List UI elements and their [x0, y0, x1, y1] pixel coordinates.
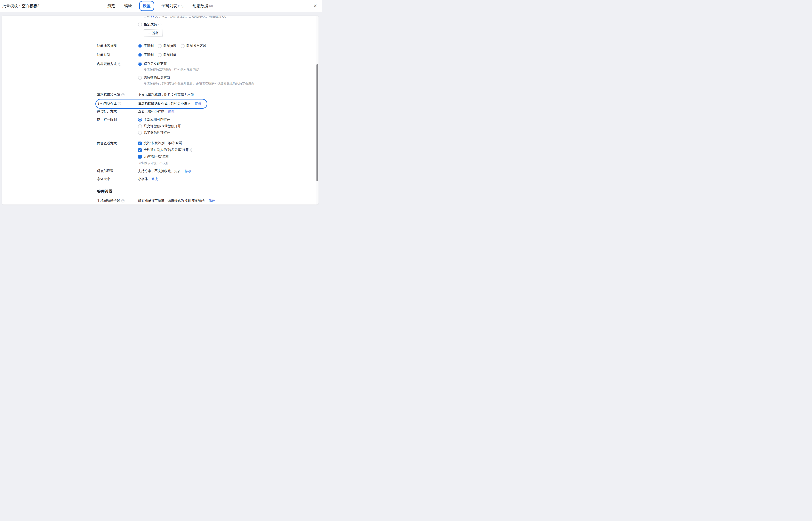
radio-region-limit-range[interactable] [158, 44, 162, 48]
mobile-edit-value: 所有成员都可编辑，编辑模式为 实时预览编辑 [138, 199, 205, 203]
tab-subcode-list[interactable]: 子码列表 (15) [160, 3, 185, 8]
watermark-label-text: 草料标识和水印 [97, 92, 120, 97]
radio-region-unlimited-label: 不限制 [144, 44, 154, 48]
question-icon[interactable]: ? [158, 23, 161, 26]
view-mode-note: 企业微信环境下不支持 [138, 161, 193, 165]
tab-dynamic-data-label: 动态数据 [192, 3, 208, 8]
checkbox-option-scan[interactable]: ✓ 允许“扫一扫”查看 [138, 155, 193, 159]
radio-option-update-immediate[interactable]: 保存后立即更新 [138, 62, 254, 66]
tab-settings[interactable]: 设置 [139, 1, 154, 11]
tab-edit[interactable]: 编辑 [122, 3, 134, 8]
attest-label: 子码内容存证 ? [97, 101, 138, 106]
radio-option-time-unlimited[interactable]: 不限制 [138, 53, 154, 57]
member-count: 13 [150, 16, 154, 18]
scrollbar-track[interactable] [316, 16, 319, 204]
member-summary: 目前 13 人，包含：超级管理员、普通成员9人、高级成员3人 [144, 16, 319, 19]
attest-value: 通过蚂蚁区块链存证，扫码页不展示 [138, 101, 190, 106]
question-icon[interactable]: ? [118, 63, 121, 66]
checkbox-scan[interactable]: ✓ [138, 155, 142, 159]
checkbox-option-share[interactable]: ✓ 允许通过别人的“转发分享”打开 ? [138, 148, 193, 152]
question-icon[interactable]: ? [121, 93, 124, 96]
row-wechat-open: 微信打开方式 查看二维码小程序 修改 [97, 109, 319, 114]
update-mode-label: 内容更新方式 ? [97, 62, 138, 66]
tab-settings-label: 设置 [143, 3, 150, 8]
checkbox-option-longpress[interactable]: ✓ 允许“长按识别二维码”查看 [138, 141, 193, 145]
font-size-value: 小字体 [138, 177, 148, 181]
radio-option-time-limited[interactable]: 限制时间 [158, 53, 177, 57]
radio-region-limit-province[interactable] [181, 44, 185, 48]
radio-region-unlimited[interactable] [138, 44, 142, 48]
update-mode-label-text: 内容更新方式 [97, 62, 117, 66]
question-icon[interactable]: ? [121, 199, 124, 202]
select-members-button[interactable]: ＋ 选择 [144, 29, 163, 37]
radio-app-except-wechat-label: 除了微信均可打开 [144, 131, 170, 135]
checkbox-longpress-label: 允许“长按识别二维码”查看 [144, 141, 182, 145]
settings-panel: 目前 13 人，包含：超级管理员、普通成员9人、高级成员3人 指定成员 ? ＋ … [2, 16, 319, 204]
update-immediate-help: 修改保存后立即更新，扫码展示最新内容 [144, 67, 254, 71]
bottom-bar-value: 支持分享，不支持收藏、更多 [138, 169, 181, 173]
row-time: 访问时间 不限制 限制时间 [97, 53, 319, 57]
radio-option-update-verify[interactable]: 需验证确认后更新 [138, 76, 254, 80]
row-bottom-bar: 码底部设置 支持分享，不支持收藏、更多 修改 [97, 169, 319, 173]
attest-label-text: 子码内容存证 [97, 101, 117, 106]
radio-update-verify[interactable] [138, 76, 142, 80]
radio-region-limit-range-label: 限制范围 [163, 44, 177, 48]
checkbox-longpress[interactable]: ✓ [138, 141, 142, 145]
radio-region-limit-province-label: 限制省市区域 [186, 44, 206, 48]
manage-settings-heading: 管理设置 [97, 189, 319, 194]
scrollbar-thumb[interactable] [317, 64, 318, 181]
question-icon[interactable]: ? [118, 102, 121, 105]
radio-option-app-wechat-only[interactable]: 只允许微信/企业微信打开 [138, 124, 181, 129]
bottom-bar-label: 码底部设置 [97, 169, 138, 173]
radio-option-region-limit-province[interactable]: 限制省市区域 [181, 44, 206, 48]
mobile-edit-label-text: 手机端编辑子码 [97, 199, 120, 203]
row-font-size: 字体大小 小字体 修改 [97, 177, 319, 181]
wechat-open-modify-link[interactable]: 修改 [168, 109, 175, 114]
radio-time-unlimited[interactable] [138, 53, 142, 57]
region-label: 访问地区范围 [97, 44, 138, 48]
radio-option-app-all[interactable]: 全部应用可以打开 [138, 117, 181, 122]
bottom-bar-modify-link[interactable]: 修改 [185, 169, 191, 173]
radio-assign-member[interactable] [138, 23, 142, 26]
tab-subcode-list-count: (15) [178, 4, 184, 7]
radio-option-app-except-wechat[interactable]: 除了微信均可打开 [138, 131, 181, 135]
watermark-label: 草料标识和水印 ? [97, 92, 138, 97]
page-title: 批量模板：空白模板2 ⋯ [2, 0, 47, 12]
radio-option-region-unlimited[interactable]: 不限制 [138, 44, 154, 48]
tab-edit-label: 编辑 [124, 3, 132, 8]
radio-app-except-wechat[interactable] [138, 131, 142, 135]
font-size-modify-link[interactable]: 修改 [152, 177, 158, 181]
radio-option-region-limit-range[interactable]: 限制范围 [158, 44, 177, 48]
member-summary-suffix: 人，包含：超级管理员、普通成员9人、高级成员3人 [154, 16, 226, 18]
radio-app-wechat-only[interactable] [138, 124, 142, 128]
close-icon[interactable]: ✕ [314, 0, 317, 12]
select-members-button-label: 选择 [153, 31, 159, 35]
radio-time-limited[interactable] [158, 53, 162, 57]
mobile-edit-modify-link[interactable]: 修改 [209, 199, 215, 203]
update-verify-help: 修改保存后，扫码内容不会立即更新。必须管理组或码创建者验证确认后才会更新 [144, 81, 254, 85]
row-view-mode: 内容查看方式 ✓ 允许“长按识别二维码”查看 ✓ 允许通过别人的“转发分享”打开… [97, 141, 319, 165]
question-icon[interactable]: ? [190, 149, 193, 152]
row-attest: 子码内容存证 ? 通过蚂蚁区块链存证，扫码页不展示 修改 [97, 101, 319, 106]
radio-option-assign-member[interactable]: 指定成员 ? [138, 22, 319, 27]
page-title-prefix: 批量模板： [2, 3, 22, 8]
wechat-open-label: 微信打开方式 [97, 109, 138, 114]
checkbox-share[interactable]: ✓ [138, 148, 142, 152]
radio-app-all[interactable] [138, 118, 142, 122]
radio-app-wechat-only-label: 只允许微信/企业微信打开 [144, 124, 181, 129]
tab-preview[interactable]: 预览 [106, 3, 117, 8]
tab-dynamic-data[interactable]: 动态数据 (3) [191, 3, 215, 8]
time-label: 访问时间 [97, 53, 138, 57]
radio-update-immediate-label: 保存后立即更新 [144, 62, 167, 66]
radio-update-immediate[interactable] [138, 62, 142, 66]
checkbox-scan-label: 允许“扫一扫”查看 [144, 155, 169, 159]
attest-modify-link[interactable]: 修改 [195, 101, 202, 106]
radio-update-verify-label: 需验证确认后更新 [144, 76, 170, 80]
row-region: 访问地区范围 不限制 限制范围 限制省市区域 [97, 44, 319, 48]
app-limit-label: 应用打开限制 [97, 117, 138, 122]
member-summary-prefix: 目前 [144, 16, 150, 18]
more-menu-icon[interactable]: ⋯ [43, 4, 47, 8]
tab-dynamic-data-count: (3) [209, 4, 213, 7]
tab-subcode-list-label: 子码列表 [161, 3, 177, 8]
wechat-open-value: 查看二维码小程序 [138, 109, 164, 114]
